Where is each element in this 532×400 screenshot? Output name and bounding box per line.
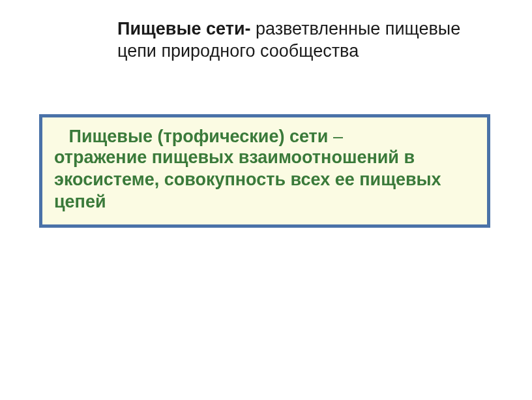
definition-dash: – <box>328 127 343 146</box>
heading-bold: Пищевые сети- <box>117 19 250 38</box>
definition-box: Пищевые (трофические) сети – отражение п… <box>39 114 490 228</box>
definition-title: Пищевые (трофические) сети <box>54 127 328 146</box>
definition-text: Пищевые (трофические) сети – отражение п… <box>54 127 475 213</box>
slide-heading: Пищевые сети- разветвленные пищевые цепи… <box>117 18 489 63</box>
definition-body: отражение пищевых взаимоотношений в экос… <box>54 147 441 211</box>
